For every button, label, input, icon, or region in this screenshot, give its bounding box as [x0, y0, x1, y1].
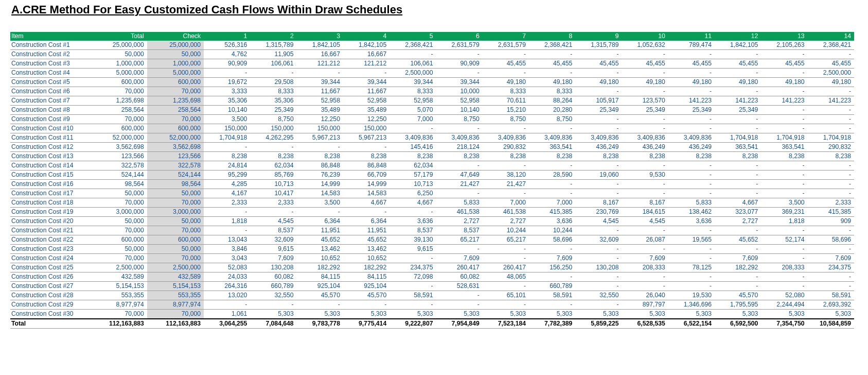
value-cell: 72,098 [389, 272, 436, 282]
value-cell: 3,846 [204, 245, 250, 254]
table-row: Construction Cost #5600,000600,00019,672… [10, 78, 854, 87]
value-cell: - [483, 189, 529, 198]
item-cell: Construction Cost #24 [10, 254, 93, 263]
value-cell: 2,727 [436, 217, 482, 226]
value-cell: 3,409,836 [529, 133, 575, 143]
value-cell: 11,905 [250, 50, 296, 59]
value-cell: - [761, 282, 807, 291]
value-cell: 290,832 [808, 143, 854, 152]
value-cell: 3,636 [529, 217, 575, 226]
value-cell: 3,333 [204, 87, 250, 96]
value-cell: 86,848 [343, 161, 389, 171]
total-cell: 70,000 [93, 198, 147, 208]
item-cell: Construction Cost #5 [10, 78, 93, 87]
value-cell: 2,368,421 [808, 41, 854, 50]
value-cell: - [715, 272, 761, 282]
value-cell: 8,333 [529, 87, 575, 96]
table-row: Construction Cost #250,00050,0004,76211,… [10, 50, 854, 59]
column-total: 7,084,648 [250, 319, 296, 329]
check-cell: 70,000 [147, 226, 204, 235]
value-cell: 2,631,579 [436, 41, 482, 50]
value-cell: - [761, 272, 807, 282]
value-cell: - [715, 124, 761, 133]
value-cell: 10,713 [250, 180, 296, 189]
table-row: Construction Cost #13123,566123,5668,238… [10, 152, 854, 161]
value-cell: - [529, 245, 575, 254]
check-cell: 600,000 [147, 235, 204, 245]
value-cell: 436,249 [668, 143, 715, 152]
value-cell: - [761, 69, 807, 78]
item-cell: Construction Cost #14 [10, 161, 93, 171]
value-cell: 24,033 [204, 272, 250, 282]
value-cell: 10,244 [483, 226, 529, 235]
value-cell: - [622, 226, 668, 235]
value-cell: 8,750 [529, 115, 575, 124]
total-cell: 3,000,000 [93, 208, 147, 217]
value-cell: - [343, 143, 389, 152]
value-cell: 2,693,392 [808, 300, 854, 310]
value-cell: 106,061 [250, 59, 296, 69]
value-cell: 182,292 [715, 263, 761, 272]
value-cell: - [715, 161, 761, 171]
value-cell: 8,238 [575, 152, 622, 161]
value-cell: 84,115 [343, 272, 389, 282]
col-header: 13 [761, 32, 807, 41]
total-cell: 3,562,698 [93, 143, 147, 152]
value-cell: 5,303 [715, 310, 761, 319]
value-cell: - [204, 69, 250, 78]
total-cell: 50,000 [93, 189, 147, 198]
table-row: Construction Cost #275,154,1535,154,1532… [10, 282, 854, 291]
value-cell: 52,958 [297, 96, 343, 106]
value-cell: - [668, 189, 715, 198]
value-cell: 52,080 [761, 291, 807, 300]
item-cell: Construction Cost #19 [10, 208, 93, 217]
value-cell: - [436, 161, 482, 171]
value-cell: - [436, 189, 482, 198]
value-cell: 184,615 [622, 208, 668, 217]
value-cell: 290,832 [483, 143, 529, 152]
check-cell: 5,154,153 [147, 282, 204, 291]
value-cell: 12,250 [343, 115, 389, 124]
table-row: Construction Cost #71,235,6981,235,69835… [10, 96, 854, 106]
value-cell: - [483, 300, 529, 310]
value-cell: 369,231 [761, 208, 807, 217]
value-cell: 28,590 [529, 171, 575, 180]
value-cell: 4,545 [575, 217, 622, 226]
value-cell: - [297, 143, 343, 152]
value-cell: 4,545 [250, 217, 296, 226]
value-cell: 8,238 [715, 152, 761, 161]
value-cell: 49,180 [622, 78, 668, 87]
value-cell: 182,292 [343, 263, 389, 272]
value-cell: 7,000 [389, 115, 436, 124]
value-cell: - [250, 143, 296, 152]
grand-total: 112,163,883 [93, 319, 147, 329]
item-cell: Construction Cost #22 [10, 235, 93, 245]
value-cell: 5,303 [436, 310, 482, 319]
value-cell: - [483, 282, 529, 291]
item-cell: Construction Cost #21 [10, 226, 93, 235]
value-cell: - [715, 69, 761, 78]
value-cell: - [808, 189, 854, 198]
value-cell: 52,174 [761, 235, 807, 245]
value-cell: 10,652 [343, 254, 389, 263]
value-cell: - [483, 254, 529, 263]
item-cell: Construction Cost #2 [10, 50, 93, 59]
value-cell: - [529, 300, 575, 310]
item-cell: Construction Cost #12 [10, 143, 93, 152]
value-cell: 45,455 [761, 59, 807, 69]
col-header: 1 [204, 32, 250, 41]
value-cell: 49,180 [483, 78, 529, 87]
value-cell: - [622, 124, 668, 133]
value-cell: 182,292 [297, 263, 343, 272]
total-cell: 553,355 [93, 291, 147, 300]
check-cell: 5,000,000 [147, 69, 204, 78]
value-cell: - [622, 69, 668, 78]
value-cell: 32,609 [250, 235, 296, 245]
column-total: 7,523,184 [483, 319, 529, 329]
check-cell: 50,000 [147, 217, 204, 226]
value-cell: - [575, 124, 622, 133]
col-header: 6 [436, 32, 482, 41]
value-cell: 145,416 [389, 143, 436, 152]
table-row: Construction Cost #22600,000600,00013,04… [10, 235, 854, 245]
value-cell: - [808, 226, 854, 235]
